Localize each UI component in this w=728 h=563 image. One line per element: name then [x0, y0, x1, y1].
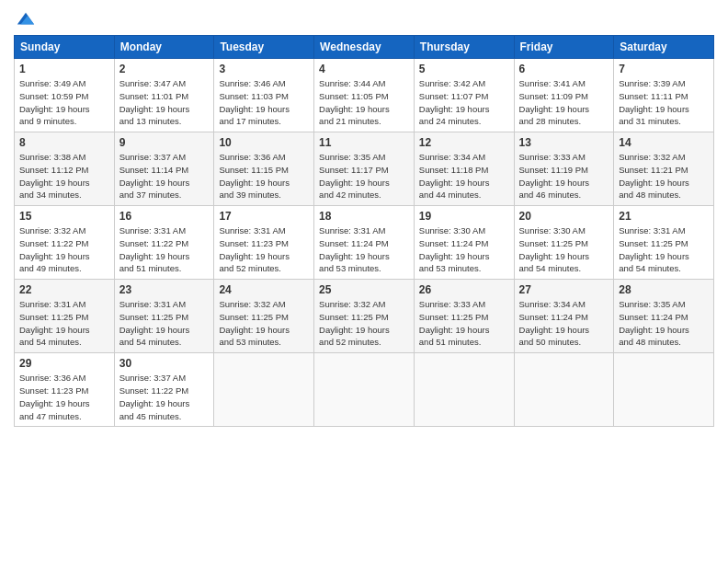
day-info: Sunrise: 3:36 AM Sunset: 11:15 PM Daylig…: [219, 151, 309, 201]
day-info: Sunrise: 3:47 AM Sunset: 11:01 PM Daylig…: [119, 77, 210, 128]
day-cell-8: 8Sunrise: 3:38 AM Sunset: 11:12 PM Dayli…: [15, 132, 115, 206]
day-number: 22: [19, 283, 109, 296]
day-number: 8: [19, 136, 109, 149]
day-info: Sunrise: 3:39 AM Sunset: 11:11 PM Daylig…: [619, 77, 709, 128]
day-number: 3: [219, 63, 309, 75]
day-header-monday: Monday: [114, 36, 214, 59]
day-cell-18: 18Sunrise: 3:31 AM Sunset: 11:24 PM Dayl…: [314, 206, 415, 280]
day-cell-4: 4Sunrise: 3:44 AM Sunset: 11:05 PM Dayli…: [314, 59, 415, 132]
day-cell-16: 16Sunrise: 3:31 AM Sunset: 11:22 PM Dayl…: [114, 206, 214, 280]
day-cell-7: 7Sunrise: 3:39 AM Sunset: 11:11 PM Dayli…: [614, 59, 714, 132]
day-cell-5: 5Sunrise: 3:42 AM Sunset: 11:07 PM Dayli…: [414, 59, 514, 132]
day-info: Sunrise: 3:31 AM Sunset: 11:25 PM Daylig…: [119, 298, 210, 349]
day-number: 14: [619, 136, 709, 149]
day-cell-30: 30Sunrise: 3:37 AM Sunset: 11:22 PM Dayl…: [114, 353, 214, 427]
day-number: 29: [19, 357, 109, 370]
logo: [14, 9, 36, 29]
day-cell-26: 26Sunrise: 3:33 AM Sunset: 11:25 PM Dayl…: [414, 280, 514, 353]
day-info: Sunrise: 3:31 AM Sunset: 11:22 PM Daylig…: [119, 224, 210, 275]
day-cell-21: 21Sunrise: 3:31 AM Sunset: 11:25 PM Dayl…: [614, 206, 714, 280]
day-cell-23: 23Sunrise: 3:31 AM Sunset: 11:25 PM Dayl…: [114, 280, 214, 353]
day-cell-20: 20Sunrise: 3:30 AM Sunset: 11:25 PM Dayl…: [514, 206, 614, 280]
day-cell-24: 24Sunrise: 3:32 AM Sunset: 11:25 PM Dayl…: [214, 280, 314, 353]
day-number: 13: [519, 136, 609, 149]
day-info: Sunrise: 3:49 AM Sunset: 10:59 PM Daylig…: [19, 77, 109, 128]
empty-cell: [414, 353, 514, 427]
day-number: 6: [519, 63, 609, 75]
day-number: 4: [319, 63, 409, 75]
day-number: 7: [619, 63, 709, 75]
day-info: Sunrise: 3:38 AM Sunset: 11:12 PM Daylig…: [19, 151, 109, 201]
day-info: Sunrise: 3:30 AM Sunset: 11:24 PM Daylig…: [419, 224, 509, 275]
week-row-2: 8Sunrise: 3:38 AM Sunset: 11:12 PM Dayli…: [15, 132, 714, 206]
day-cell-28: 28Sunrise: 3:35 AM Sunset: 11:24 PM Dayl…: [614, 280, 714, 353]
calendar-header-row: SundayMondayTuesdayWednesdayThursdayFrid…: [15, 36, 714, 59]
day-number: 26: [419, 283, 509, 296]
day-cell-9: 9Sunrise: 3:37 AM Sunset: 11:14 PM Dayli…: [114, 132, 214, 206]
day-info: Sunrise: 3:41 AM Sunset: 11:09 PM Daylig…: [519, 77, 609, 128]
day-cell-29: 29Sunrise: 3:36 AM Sunset: 11:23 PM Dayl…: [15, 353, 115, 427]
day-number: 18: [319, 210, 409, 223]
day-info: Sunrise: 3:35 AM Sunset: 11:17 PM Daylig…: [319, 151, 409, 201]
day-number: 17: [219, 210, 309, 223]
day-number: 24: [219, 283, 309, 296]
day-number: 2: [119, 63, 210, 75]
day-number: 30: [119, 357, 210, 370]
day-header-wednesday: Wednesday: [314, 36, 415, 59]
day-info: Sunrise: 3:30 AM Sunset: 11:25 PM Daylig…: [519, 224, 609, 275]
day-cell-25: 25Sunrise: 3:32 AM Sunset: 11:25 PM Dayl…: [314, 280, 415, 353]
day-cell-14: 14Sunrise: 3:32 AM Sunset: 11:21 PM Dayl…: [614, 132, 714, 206]
day-info: Sunrise: 3:37 AM Sunset: 11:14 PM Daylig…: [119, 151, 210, 201]
logo-icon: [16, 9, 36, 29]
week-row-4: 22Sunrise: 3:31 AM Sunset: 11:25 PM Dayl…: [15, 280, 714, 353]
day-header-friday: Friday: [514, 36, 614, 59]
day-number: 16: [119, 210, 210, 223]
day-info: Sunrise: 3:37 AM Sunset: 11:22 PM Daylig…: [119, 372, 210, 422]
day-info: Sunrise: 3:33 AM Sunset: 11:25 PM Daylig…: [419, 298, 509, 349]
day-info: Sunrise: 3:34 AM Sunset: 11:18 PM Daylig…: [419, 151, 509, 201]
day-number: 5: [419, 63, 509, 75]
empty-cell: [614, 353, 714, 427]
day-header-saturday: Saturday: [614, 36, 714, 59]
day-number: 15: [19, 210, 109, 223]
day-number: 21: [619, 210, 709, 223]
day-number: 12: [419, 136, 509, 149]
day-cell-1: 1Sunrise: 3:49 AM Sunset: 10:59 PM Dayli…: [15, 59, 115, 132]
day-number: 28: [619, 283, 709, 296]
day-number: 25: [319, 283, 409, 296]
day-cell-2: 2Sunrise: 3:47 AM Sunset: 11:01 PM Dayli…: [114, 59, 214, 132]
day-cell-12: 12Sunrise: 3:34 AM Sunset: 11:18 PM Dayl…: [414, 132, 514, 206]
day-number: 11: [319, 136, 409, 149]
day-header-sunday: Sunday: [15, 36, 115, 59]
day-cell-17: 17Sunrise: 3:31 AM Sunset: 11:23 PM Dayl…: [214, 206, 314, 280]
page: SundayMondayTuesdayWednesdayThursdayFrid…: [0, 0, 728, 563]
day-info: Sunrise: 3:32 AM Sunset: 11:21 PM Daylig…: [619, 151, 709, 201]
day-number: 1: [19, 63, 109, 75]
day-info: Sunrise: 3:31 AM Sunset: 11:25 PM Daylig…: [19, 298, 109, 349]
day-cell-10: 10Sunrise: 3:36 AM Sunset: 11:15 PM Dayl…: [214, 132, 314, 206]
day-info: Sunrise: 3:36 AM Sunset: 11:23 PM Daylig…: [19, 372, 109, 422]
day-info: Sunrise: 3:42 AM Sunset: 11:07 PM Daylig…: [419, 77, 509, 128]
calendar: SundayMondayTuesdayWednesdayThursdayFrid…: [14, 35, 714, 427]
day-info: Sunrise: 3:31 AM Sunset: 11:25 PM Daylig…: [619, 224, 709, 275]
day-cell-6: 6Sunrise: 3:41 AM Sunset: 11:09 PM Dayli…: [514, 59, 614, 132]
week-row-1: 1Sunrise: 3:49 AM Sunset: 10:59 PM Dayli…: [15, 59, 714, 132]
day-info: Sunrise: 3:44 AM Sunset: 11:05 PM Daylig…: [319, 77, 409, 128]
day-info: Sunrise: 3:33 AM Sunset: 11:19 PM Daylig…: [519, 151, 609, 201]
day-number: 10: [219, 136, 309, 149]
day-cell-27: 27Sunrise: 3:34 AM Sunset: 11:24 PM Dayl…: [514, 280, 614, 353]
empty-cell: [214, 353, 314, 427]
day-cell-22: 22Sunrise: 3:31 AM Sunset: 11:25 PM Dayl…: [15, 280, 115, 353]
header: [14, 9, 714, 29]
day-info: Sunrise: 3:34 AM Sunset: 11:24 PM Daylig…: [519, 298, 609, 349]
day-cell-11: 11Sunrise: 3:35 AM Sunset: 11:17 PM Dayl…: [314, 132, 415, 206]
empty-cell: [314, 353, 415, 427]
day-number: 27: [519, 283, 609, 296]
day-info: Sunrise: 3:32 AM Sunset: 11:25 PM Daylig…: [319, 298, 409, 349]
day-info: Sunrise: 3:32 AM Sunset: 11:25 PM Daylig…: [219, 298, 309, 349]
day-info: Sunrise: 3:46 AM Sunset: 11:03 PM Daylig…: [219, 77, 309, 128]
day-info: Sunrise: 3:35 AM Sunset: 11:24 PM Daylig…: [619, 298, 709, 349]
day-info: Sunrise: 3:31 AM Sunset: 11:23 PM Daylig…: [219, 224, 309, 275]
day-cell-13: 13Sunrise: 3:33 AM Sunset: 11:19 PM Dayl…: [514, 132, 614, 206]
empty-cell: [514, 353, 614, 427]
